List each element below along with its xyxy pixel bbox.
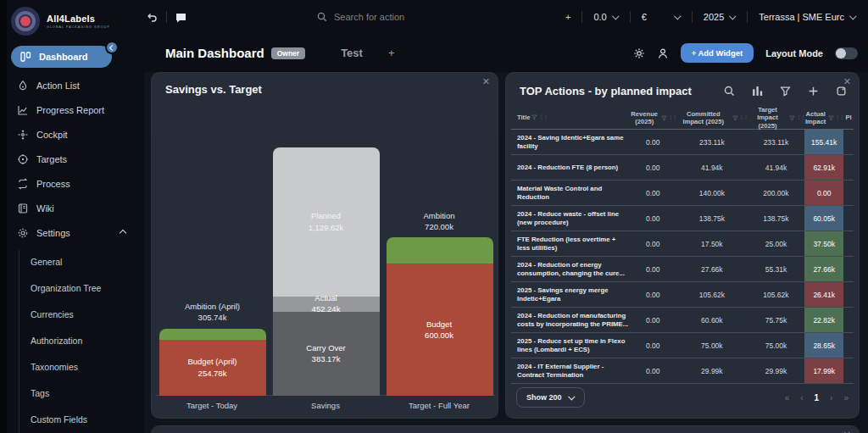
last-page-button[interactable]: » <box>843 393 849 402</box>
drag-widget-icon[interactable] <box>836 86 847 97</box>
column-header-label: Pl <box>845 114 851 121</box>
column-header-label: Actual Impact <box>804 110 826 125</box>
close-icon[interactable]: ✕ <box>482 77 490 86</box>
bar-segment-budget-april-[interactable] <box>159 340 266 396</box>
sidebar-item-dashboard[interactable]: Dashboard <box>11 46 112 68</box>
dashboard-header: Main Dashboard Owner Test + + Add Widget… <box>144 34 868 72</box>
table-row[interactable]: 2024 - IT External Supplier - Contract T… <box>511 358 854 384</box>
filter-icon[interactable] <box>828 115 834 121</box>
divider <box>581 11 582 23</box>
bar-segment-ambition-april-[interactable] <box>159 329 266 340</box>
sidebar-subitem-tags[interactable]: Tags <box>0 380 144 406</box>
drag-handle-icon[interactable]: ⋮⋮ <box>796 114 804 120</box>
table-row[interactable]: 2024 - Reduction of manufacturing costs … <box>511 308 854 333</box>
bar-target-full-year[interactable] <box>387 237 493 396</box>
table-row[interactable]: 2024 - Saving Identic+Egara same facilit… <box>511 130 854 155</box>
chat-icon[interactable] <box>175 11 187 24</box>
value-cell: 55.31k <box>748 257 805 281</box>
row-title-cell: 2024 - Reduction of energy consumption, … <box>511 257 629 281</box>
filter-icon[interactable] <box>789 115 795 121</box>
search-icon[interactable] <box>724 86 735 97</box>
columns-chart-icon[interactable] <box>752 86 763 97</box>
sidebar-item-targets[interactable]: Targets <box>0 147 144 171</box>
sidebar-item-label: Targets <box>36 154 67 164</box>
bar-savings[interactable] <box>273 147 380 396</box>
sidebar-subitem-authorization[interactable]: Authorization <box>0 327 144 353</box>
table-row[interactable]: Material Waste Control and Reduction0.00… <box>511 180 854 206</box>
sidebar-item-process[interactable]: Process <box>0 171 144 196</box>
bar-target-today[interactable] <box>159 329 266 396</box>
sidebar-subitem-organization-tree[interactable]: Organization Tree <box>0 275 144 301</box>
bar-segment-ambition[interactable] <box>387 237 493 264</box>
sidebar-item-wiki[interactable]: Wiki <box>0 196 144 220</box>
table-row[interactable]: 2025 - Reduce set up time in Flexo lines… <box>511 333 854 358</box>
filter-icon[interactable] <box>531 114 537 120</box>
column-header-label: Revenue (2025) <box>629 110 659 125</box>
column-header-3[interactable]: Committed Impact (2025)⋮⋮ <box>676 110 748 125</box>
column-header-5[interactable]: Actual Impact⋮⋮ <box>804 110 843 125</box>
first-page-button[interactable]: « <box>785 393 790 402</box>
value-cell: 0.00 <box>629 180 676 205</box>
chart-column-3: Budget 600.00kAmbition 720.00k <box>382 134 496 396</box>
value-cell: 0.00 <box>629 206 676 230</box>
layout-mode-toggle[interactable] <box>835 47 858 59</box>
undo-icon[interactable] <box>146 11 159 24</box>
drag-handle-icon[interactable]: ⋮⋮ <box>739 114 748 120</box>
filter-icon[interactable] <box>732 115 738 121</box>
next-page-button[interactable]: › <box>830 393 832 402</box>
sidebar-collapse-button[interactable] <box>105 41 119 54</box>
sidebar-subitem-label: Organization Tree <box>31 283 101 293</box>
sidebar-subitem-custom-fields[interactable]: Custom Fields <box>0 406 144 432</box>
sidebar-item-label: Wiki <box>36 203 54 214</box>
bar-segment-carry-over[interactable] <box>273 312 380 396</box>
user-icon[interactable] <box>657 47 669 59</box>
actual-impact-cell: 155.41k <box>804 130 843 154</box>
column-header-4[interactable]: Target Impact (2025)⋮⋮ <box>748 106 805 129</box>
table-row[interactable]: 2025 - Savings energy merge Indetic+Egar… <box>511 282 854 308</box>
table-row[interactable]: 2024 - Reduction of energy consumption, … <box>511 257 854 282</box>
sidebar-item-settings[interactable]: Settings <box>0 220 144 245</box>
gear-icon[interactable] <box>633 47 645 59</box>
sidebar-item-action-list[interactable]: Action List <box>0 73 144 97</box>
value-cell: 75.00k <box>748 333 805 358</box>
value-cell: 0.00 <box>629 155 676 180</box>
sidebar-subitem-currencies[interactable]: Currencies <box>0 301 144 327</box>
column-header-1[interactable]: Title⋮⋮ <box>511 114 629 121</box>
column-header-6[interactable]: Pl <box>843 114 854 121</box>
add-value-button[interactable]: + <box>562 12 574 22</box>
sidebar-subitem-taxonomies[interactable]: Taxonomies <box>0 353 144 380</box>
drag-handle-icon[interactable]: ⋮⋮ <box>835 114 843 120</box>
bar-segment-actual[interactable] <box>273 297 380 312</box>
column-header-2[interactable]: Revenue (2025)⋮⋮ <box>629 110 676 125</box>
sidebar-item-label: Progress Report <box>36 105 104 115</box>
year-dropdown[interactable]: 2025 <box>700 12 739 22</box>
add-tab-button[interactable]: + <box>388 47 395 59</box>
value-dropdown[interactable]: 0.0 <box>590 12 621 22</box>
plus-icon[interactable] <box>808 86 819 97</box>
bar-segment-planned[interactable] <box>273 147 380 297</box>
table-row[interactable]: 2024 - Reduction FTE (8 person)0.0041.94… <box>511 155 854 180</box>
currency-dropdown[interactable]: € <box>638 12 684 22</box>
sidebar-subitem-general[interactable]: General <box>0 248 144 275</box>
search-input[interactable] <box>334 12 461 22</box>
prev-page-button[interactable]: ‹ <box>800 393 803 402</box>
column-header-tools: ⋮⋮ <box>789 114 804 120</box>
sidebar-item-cockpit[interactable]: Cockpit <box>0 122 144 147</box>
sidebar-item-progress-report[interactable]: Progress Report <box>0 97 144 122</box>
page-size-dropdown[interactable]: Show 200 <box>516 387 585 408</box>
org-dropdown[interactable]: Terrassa | SME Eurc <box>755 12 860 22</box>
chevron-down-icon <box>612 13 619 19</box>
table-header-row: Title⋮⋮Revenue (2025)⋮⋮Committed Impact … <box>511 107 854 130</box>
drag-handle-icon[interactable]: ⋮⋮ <box>668 114 676 120</box>
close-icon[interactable]: ✕ <box>843 77 851 86</box>
table-row[interactable]: FTE Reduction (less overtime + less util… <box>511 231 854 257</box>
bar-segment-budget[interactable] <box>387 264 493 396</box>
filter-icon[interactable] <box>780 86 791 97</box>
filter-icon[interactable] <box>661 115 667 121</box>
x-axis-label: Savings <box>269 401 382 410</box>
cockpit-icon <box>17 129 29 141</box>
tab-test[interactable]: Test <box>341 47 363 59</box>
table-row[interactable]: 2024 - Reduce waste - offset line (new p… <box>511 206 854 231</box>
add-widget-button[interactable]: + Add Widget <box>681 43 754 63</box>
drag-handle-icon[interactable]: ⋮⋮ <box>538 114 547 120</box>
